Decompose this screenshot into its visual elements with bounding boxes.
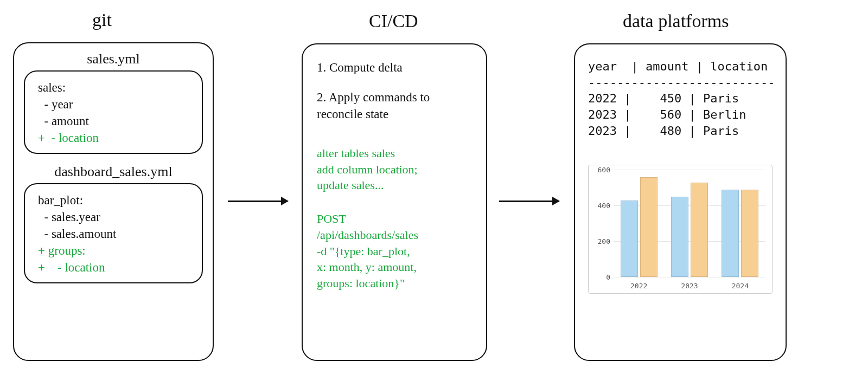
dp-table-header: year | amount | location [588, 59, 773, 75]
title-cicd: CI/CD [369, 11, 418, 31]
arrow-git-to-cicd [228, 201, 288, 202]
table-row: 2022 | 450 | Paris [588, 90, 773, 107]
file2-name: dashboard_sales.yml [24, 164, 203, 180]
title-git: git [92, 10, 112, 30]
chart-gridline [614, 277, 765, 277]
code-line: - year [38, 96, 192, 113]
table-row: 2023 | 480 | Paris [588, 123, 773, 139]
title-dp: data platforms [623, 11, 729, 31]
chart-bar [621, 201, 638, 277]
arrow-cicd-to-dp [499, 201, 559, 202]
diff-added-line: + groups: [38, 242, 192, 259]
chart-bar [640, 177, 658, 277]
chart-xtick: 2022 [630, 282, 647, 290]
cicd-api: POST /api/dashboards/sales -d "{type: ba… [317, 211, 472, 291]
file1-name: sales.yml [24, 51, 203, 67]
file1-body: sales: - year - amount+ - location [24, 70, 203, 154]
chart-bar [671, 197, 688, 277]
code-line: sales: [38, 79, 192, 96]
code-line: - amount [38, 113, 192, 130]
cicd-step2: 2. Apply commands to reconcile state [317, 89, 472, 122]
chart-ytick: 200 [591, 237, 610, 245]
chart-ytick: 400 [591, 202, 610, 210]
chart-xtick: 2023 [681, 282, 698, 290]
chart-ytick: 0 [591, 273, 610, 281]
dp-table-rule: -------------------------- [588, 75, 773, 91]
cicd-step1: 1. Compute delta [317, 61, 472, 75]
file2-body: bar_plot: - sales.year - sales.amount+ g… [24, 183, 203, 283]
diff-added-line: + - location [38, 259, 192, 276]
table-row: 2023 | 560 | Berlin [588, 107, 773, 123]
git-box: sales.yml sales: - year - amount+ - loca… [13, 42, 214, 361]
cicd-sql: alter tables sales add column location; … [317, 145, 472, 193]
cicd-box: 1. Compute delta 2. Apply commands to re… [302, 43, 487, 361]
diff-added-line: + - location [38, 130, 192, 146]
dp-table-rows: 2022 | 450 | Paris2023 | 560 | Berlin202… [588, 90, 773, 139]
code-line: - sales.amount [38, 225, 192, 242]
chart-bar [691, 183, 708, 277]
code-line: - sales.year [38, 209, 192, 225]
chart-gridline [614, 170, 765, 170]
chart-bar [722, 190, 739, 277]
code-line: bar_plot: [38, 192, 192, 209]
mini-bar-chart: 0200400600202220232024 [588, 165, 773, 294]
chart-ytick: 600 [591, 166, 610, 174]
dp-box: year | amount | location ---------------… [574, 43, 787, 361]
chart-bar [741, 190, 758, 277]
chart-xtick: 2024 [732, 282, 749, 290]
